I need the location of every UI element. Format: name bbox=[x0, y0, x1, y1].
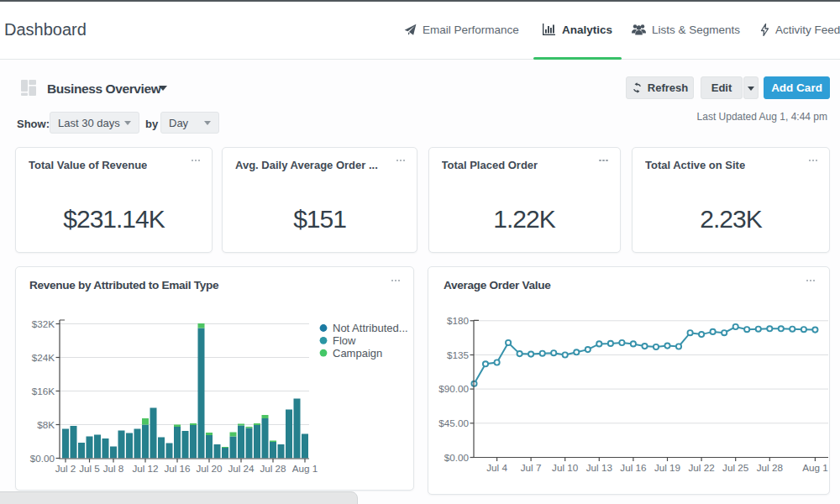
svg-text:Jul 24: Jul 24 bbox=[228, 463, 255, 474]
svg-text:Jul 2: Jul 2 bbox=[55, 463, 76, 474]
svg-text:$180: $180 bbox=[447, 315, 470, 326]
svg-text:Jul 12: Jul 12 bbox=[132, 463, 158, 474]
svg-text:Aug 1: Aug 1 bbox=[802, 462, 828, 473]
svg-text:Aug 1: Aug 1 bbox=[292, 463, 318, 474]
svg-text:Jul 16: Jul 16 bbox=[164, 463, 190, 474]
svg-text:$0.00: $0.00 bbox=[444, 452, 470, 463]
svg-text:$0.00: $0.00 bbox=[30, 453, 55, 464]
svg-text:Jul 4: Jul 4 bbox=[486, 462, 507, 473]
svg-text:Jul 19: Jul 19 bbox=[654, 462, 680, 473]
svg-text:$24K: $24K bbox=[32, 352, 55, 363]
svg-text:$90.00: $90.00 bbox=[438, 383, 469, 394]
svg-text:Not Attributed...: Not Attributed... bbox=[333, 322, 408, 334]
svg-text:Jul 16: Jul 16 bbox=[620, 462, 646, 473]
svg-text:Jul 28: Jul 28 bbox=[260, 463, 286, 474]
svg-text:$32K: $32K bbox=[32, 318, 55, 329]
svg-text:Jul 22: Jul 22 bbox=[688, 462, 714, 473]
svg-text:Jul 20: Jul 20 bbox=[196, 463, 223, 474]
svg-text:Jul 25: Jul 25 bbox=[722, 462, 749, 473]
svg-text:Jul 8: Jul 8 bbox=[103, 463, 124, 474]
svg-text:Jul 13: Jul 13 bbox=[586, 462, 612, 473]
svg-text:$8K: $8K bbox=[37, 419, 55, 430]
svg-text:Jul 5: Jul 5 bbox=[79, 463, 100, 474]
svg-text:Jul 7: Jul 7 bbox=[521, 462, 542, 473]
svg-text:Jul 10: Jul 10 bbox=[552, 462, 579, 473]
svg-text:$135: $135 bbox=[447, 349, 470, 360]
svg-text:Flow: Flow bbox=[333, 334, 356, 347]
svg-text:$45.00: $45.00 bbox=[438, 417, 469, 428]
svg-text:$16K: $16K bbox=[32, 386, 55, 396]
svg-text:Jul 28: Jul 28 bbox=[757, 462, 783, 473]
svg-text:Campaign: Campaign bbox=[333, 347, 382, 360]
